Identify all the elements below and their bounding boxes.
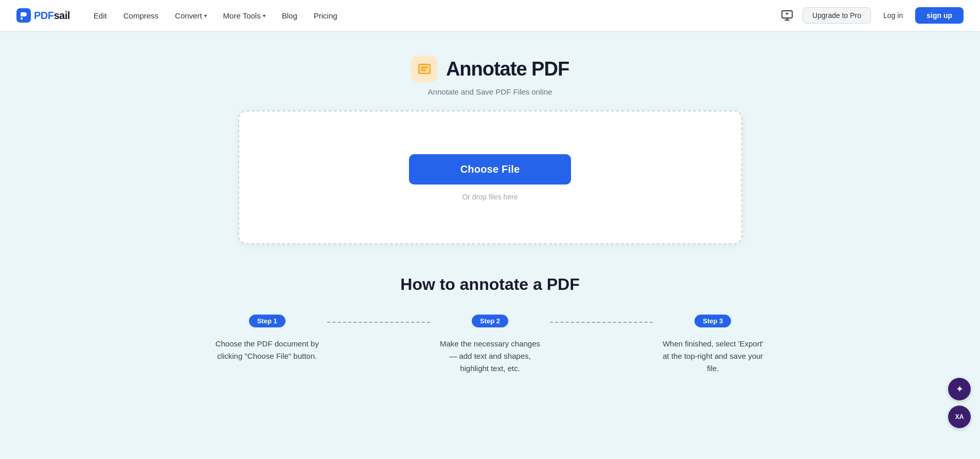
svg-rect-5 xyxy=(421,67,428,68)
logo[interactable]: PDFsail xyxy=(16,8,70,23)
step-2-description: Make the necessary changes — add text an… xyxy=(430,338,550,375)
monitor-icon[interactable] xyxy=(778,6,796,25)
more-tools-chevron-icon: ▾ xyxy=(263,13,265,19)
translate-button[interactable]: XA xyxy=(948,406,971,428)
login-button[interactable]: Log in xyxy=(877,8,909,23)
steps-container: Step 1 Choose the PDF document by clicki… xyxy=(207,315,773,375)
nav-more-tools[interactable]: More Tools ▾ xyxy=(216,8,273,23)
step-1: Step 1 Choose the PDF document by clicki… xyxy=(207,315,327,362)
connector-line-2 xyxy=(550,322,653,323)
svg-rect-3 xyxy=(419,64,430,74)
how-to-title: How to annotate a PDF xyxy=(400,275,579,294)
title-row: Annotate PDF xyxy=(411,56,569,82)
step-3-description: When finished, select 'Export' at the to… xyxy=(653,338,773,375)
annotate-icon xyxy=(417,62,432,76)
step-connector-2 xyxy=(550,315,653,323)
step-3: Step 3 When finished, select 'Export' at… xyxy=(653,315,773,375)
signup-button[interactable]: sign up xyxy=(915,7,964,24)
how-to-section: How to annotate a PDF Step 1 Choose the … xyxy=(207,275,773,375)
step-1-badge: Step 1 xyxy=(249,315,286,327)
drop-hint: Or drop files here xyxy=(462,193,518,201)
nav-compress[interactable]: Compress xyxy=(116,8,166,23)
annotate-icon-wrap xyxy=(411,56,438,82)
convert-chevron-icon: ▾ xyxy=(204,13,207,19)
sparkle-button[interactable]: ✦ xyxy=(948,378,971,400)
connector-line-1 xyxy=(327,322,430,323)
nav-links: Edit Compress Convert ▾ More Tools ▾ Blo… xyxy=(86,8,778,23)
step-2-badge: Step 2 xyxy=(472,315,508,327)
step-3-badge: Step 3 xyxy=(694,315,731,327)
step-connector-1 xyxy=(327,315,430,323)
logo-text-prefix: PDF xyxy=(34,10,54,21)
floating-buttons: ✦ XA xyxy=(948,378,971,428)
sparkle-icon: ✦ xyxy=(956,383,964,395)
svg-rect-6 xyxy=(421,69,426,71)
logo-icon xyxy=(16,8,31,23)
choose-file-button[interactable]: Choose File xyxy=(409,154,572,185)
translate-icon: XA xyxy=(955,413,964,420)
svg-rect-1 xyxy=(21,17,23,20)
nav-right: Upgrade to Pro Log in sign up xyxy=(778,6,964,25)
nav-edit[interactable]: Edit xyxy=(86,8,114,23)
upload-box: Choose File Or drop files here xyxy=(238,111,742,244)
step-1-description: Choose the PDF document by clicking "Cho… xyxy=(207,338,327,362)
step-2: Step 2 Make the necessary changes — add … xyxy=(430,315,550,375)
logo-text-suffix: sail xyxy=(54,10,70,21)
nav-convert[interactable]: Convert ▾ xyxy=(168,8,214,23)
nav-blog[interactable]: Blog xyxy=(275,8,305,23)
nav-pricing[interactable]: Pricing xyxy=(307,8,345,23)
upgrade-to-pro-button[interactable]: Upgrade to Pro xyxy=(803,7,871,24)
page-subtitle: Annotate and Save PDF Files online xyxy=(428,87,553,96)
page-title: Annotate PDF xyxy=(446,58,569,80)
main-content: Annotate PDF Annotate and Save PDF Files… xyxy=(0,31,980,406)
navbar: PDFsail Edit Compress Convert ▾ More Too… xyxy=(0,0,980,31)
page-header: Annotate PDF Annotate and Save PDF Files… xyxy=(411,56,569,96)
